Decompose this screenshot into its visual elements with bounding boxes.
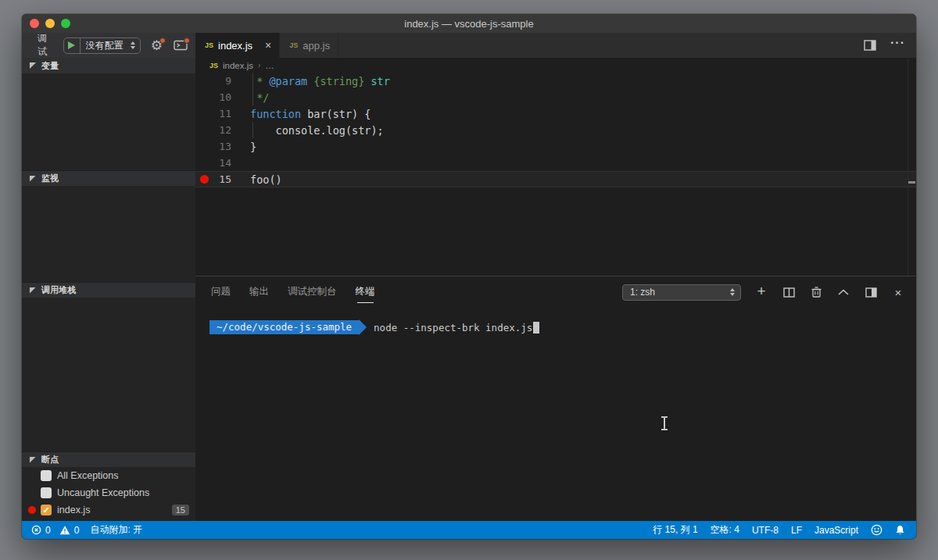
bottom-panel: 问题输出调试控制台终端 1: zsh + [195, 276, 916, 521]
overview-ruler[interactable] [908, 58, 916, 276]
panel-tab-debug-console[interactable]: 调试控制台 [286, 280, 338, 304]
tab-label: index.js [218, 40, 252, 52]
breadcrumb[interactable]: JS index.js › … [195, 58, 916, 73]
debug-console-button[interactable] [173, 37, 189, 54]
split-terminal-button[interactable] [782, 285, 796, 299]
close-tab-icon[interactable]: × [265, 40, 271, 51]
code-line[interactable]: 9 * @param {string} str [195, 73, 916, 89]
editor-gutter[interactable]: 12 [195, 122, 250, 138]
more-actions-button[interactable]: ··· [890, 43, 905, 48]
variables-panel [22, 73, 195, 170]
chevron-up-icon [838, 289, 849, 295]
call-stack-panel [22, 298, 195, 451]
panel-tab-problems[interactable]: 问题 [209, 280, 232, 304]
code-line[interactable]: 12 console.log(str); [195, 122, 916, 138]
feedback-button[interactable] [871, 524, 883, 536]
vscode-window: index.js — vscode-js-sample 调试 没有配置 ⚙ [22, 14, 916, 539]
code-text[interactable]: */ [250, 89, 916, 105]
section-header-watch[interactable]: 监视 [22, 170, 195, 186]
auto-attach-status[interactable]: 自动附加: 开 [90, 523, 142, 537]
window-title: index.js — vscode-js-sample [22, 18, 916, 30]
close-window-button[interactable] [30, 19, 39, 28]
start-debugging-button[interactable] [64, 38, 80, 53]
maximize-panel-button[interactable] [836, 285, 850, 299]
notifications-button[interactable] [895, 525, 905, 536]
breakpoint-checkbox[interactable]: ✓ [41, 505, 52, 515]
code-token: } [250, 141, 256, 153]
code-editor[interactable]: JS index.js › … 9 * @param {string} str1… [195, 58, 916, 276]
section-header-breakpoints[interactable]: 断点 [22, 451, 195, 467]
close-panel-button[interactable]: × [891, 285, 905, 299]
editor-gutter[interactable]: 14 [195, 155, 250, 171]
debug-config-select[interactable]: 没有配置 [81, 39, 129, 52]
js-file-icon: JS [289, 41, 298, 49]
section-header-variables[interactable]: 变量 [22, 58, 195, 73]
encoding-status[interactable]: UTF-8 [752, 525, 779, 536]
traffic-lights [30, 14, 70, 33]
editor-gutter[interactable]: 13 [195, 138, 250, 155]
code-text[interactable]: foo() [250, 171, 916, 187]
breakpoint-checkbox[interactable] [41, 470, 52, 481]
code-line[interactable]: 13} [195, 138, 916, 155]
code-line[interactable]: 15foo() [195, 171, 916, 187]
indent-guide [252, 122, 253, 138]
minimize-window-button[interactable] [45, 19, 55, 28]
bell-icon [895, 525, 905, 536]
select-arrows-icon [129, 41, 140, 49]
tab-label: app.js [303, 40, 330, 52]
play-icon [68, 41, 75, 49]
editor-gutter[interactable]: 9 [195, 73, 250, 89]
breakpoint-checkbox[interactable] [41, 487, 52, 498]
new-terminal-button[interactable]: + [754, 285, 768, 299]
breakpoint-item-index-js[interactable]: ✓index.js15 [22, 501, 195, 519]
code-line[interactable]: 14 [195, 155, 916, 171]
debug-sidebar: 调试 没有配置 ⚙ [22, 33, 195, 521]
code-text[interactable] [250, 155, 916, 171]
code-line[interactable]: 10 */ [195, 89, 916, 105]
section-header-call-stack[interactable]: 调用堆栈 [22, 282, 195, 298]
kill-terminal-button[interactable] [809, 285, 823, 299]
code-token: @param [269, 75, 307, 87]
terminal-toolbar: 1: zsh + [622, 284, 905, 301]
debug-toolbar: 调试 没有配置 ⚙ [22, 33, 195, 58]
breadcrumb-separator-icon: › [258, 61, 260, 70]
twisty-icon [30, 62, 36, 69]
code-line[interactable]: 11function bar(str) { [195, 105, 916, 122]
editor-gutter[interactable]: 15 [195, 171, 250, 187]
code-text[interactable]: console.log(str); [250, 122, 916, 138]
panel-tab-terminal[interactable]: 终端 [354, 280, 377, 304]
cursor-position-status[interactable]: 行 15, 列 1 [653, 523, 697, 537]
configure-gear-button[interactable]: ⚙ [149, 37, 165, 54]
code-text[interactable]: } [250, 138, 916, 155]
editor-gutter[interactable]: 11 [195, 105, 250, 122]
editor-gutter[interactable]: 10 [195, 89, 250, 105]
tab-index-js[interactable]: JS index.js × [195, 33, 280, 58]
split-editor-button[interactable] [864, 40, 876, 51]
notification-badge-dot [184, 37, 190, 44]
code-token: str [371, 75, 389, 87]
terminal-view[interactable]: ~/code/vscode-js-sample node --inspect-b… [195, 308, 916, 521]
code-text[interactable]: function bar(str) { [250, 105, 916, 122]
breakpoint-item-all-exceptions[interactable]: All Exceptions [22, 467, 195, 484]
tabbar-spacer [338, 33, 864, 58]
line-number: 9 [195, 75, 250, 87]
editor-tabbar: JS index.js × JS app.js ··· [195, 33, 916, 58]
code-text[interactable]: * @param {string} str [250, 73, 916, 89]
line-number: 11 [195, 108, 250, 119]
terminal-select[interactable]: 1: zsh [622, 284, 741, 301]
breadcrumb-file[interactable]: index.js [223, 61, 253, 70]
breadcrumb-more[interactable]: … [265, 61, 274, 70]
panel-tab-output[interactable]: 输出 [248, 280, 270, 304]
tab-app-js[interactable]: JS app.js [280, 33, 338, 58]
zoom-window-button[interactable] [61, 19, 70, 28]
indentation-status[interactable]: 空格: 4 [711, 523, 739, 537]
language-mode-status[interactable]: JavaScript [814, 525, 858, 536]
move-panel-right-button[interactable] [864, 285, 878, 299]
breakpoint-item-uncaught-exceptions[interactable]: Uncaught Exceptions [22, 484, 195, 501]
problems-status[interactable]: 0 0 [31, 525, 79, 536]
code-token: {string} [307, 75, 371, 87]
terminal-line: ~/code/vscode-js-sample node --inspect-b… [209, 320, 916, 334]
breakpoint-label: Uncaught Exceptions [57, 487, 189, 498]
terminal-select-value: 1: zsh [623, 287, 729, 298]
eol-status[interactable]: LF [791, 525, 802, 536]
